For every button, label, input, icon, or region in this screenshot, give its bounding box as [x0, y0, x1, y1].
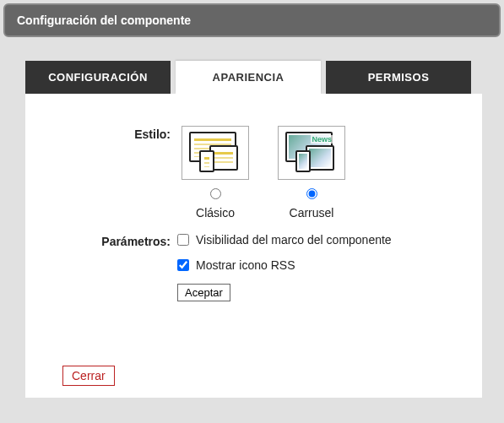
style-label: Estilo:	[51, 126, 177, 220]
param-frame-visibility-label: Visibilidad del marco del componente	[196, 233, 392, 247]
checkbox-show-rss[interactable]	[177, 259, 189, 271]
param-frame-visibility[interactable]: Visibilidad del marco del componente	[177, 233, 392, 247]
tabs: CONFIGURACIÓN APARIENCIA PERMISOS	[25, 61, 482, 94]
style-radio-classic[interactable]	[210, 188, 221, 199]
style-option-carousel[interactable]: News Carrusel	[274, 126, 350, 220]
dialog-title: Configuración del componente	[3, 3, 501, 37]
accept-button[interactable]: Aceptar	[177, 284, 230, 301]
style-radio-carousel[interactable]	[306, 188, 317, 199]
tab-permissions[interactable]: PERMISOS	[326, 61, 471, 94]
param-show-rss-label: Mostrar icono RSS	[196, 258, 295, 272]
close-button[interactable]: Cerrar	[62, 366, 115, 386]
carousel-thumbnail-icon: News	[278, 126, 345, 180]
tab-appearance[interactable]: APARIENCIA	[176, 61, 321, 94]
tab-configuration[interactable]: CONFIGURACIÓN	[25, 61, 171, 94]
params-label: Parámetros:	[51, 233, 177, 301]
classic-thumbnail-icon	[182, 126, 249, 180]
style-label-carousel: Carrusel	[274, 206, 350, 220]
appearance-panel: Estilo: Clásico News	[25, 94, 482, 398]
checkbox-frame-visibility[interactable]	[177, 234, 189, 246]
style-option-classic[interactable]: Clásico	[177, 126, 253, 220]
style-label-classic: Clásico	[177, 206, 253, 220]
param-show-rss[interactable]: Mostrar icono RSS	[177, 258, 392, 272]
